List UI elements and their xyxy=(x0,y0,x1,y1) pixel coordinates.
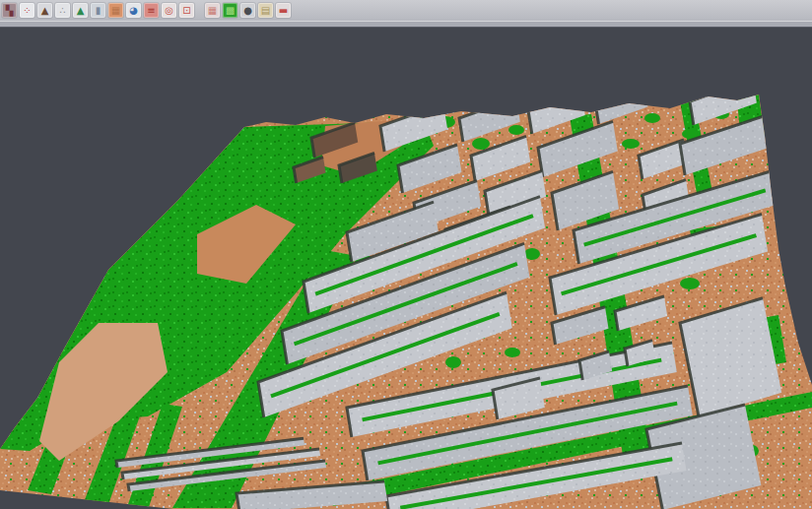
dem-surface-icon[interactable]: ▲ xyxy=(73,3,88,18)
terrain-mound-icon[interactable]: ▲ xyxy=(37,3,52,18)
flag-icon[interactable]: ▬ xyxy=(276,3,291,18)
3d-viewport[interactable] xyxy=(0,28,812,509)
tree-blob xyxy=(508,125,524,135)
tree-blob xyxy=(524,248,540,260)
application-window: ▚⁘▲∴▲▮▦◕≡◎⊡▦▩●▤▬ xyxy=(0,0,812,509)
scene-svg xyxy=(0,28,812,509)
ring-select-icon[interactable]: ◎ xyxy=(162,3,176,18)
tree-blob xyxy=(505,348,520,357)
point-cloud-icon[interactable]: ▚ xyxy=(2,3,17,18)
tree-blob xyxy=(680,278,700,289)
palette-icon[interactable]: ▤ xyxy=(258,3,273,18)
classification-map-icon[interactable]: ▩ xyxy=(223,3,237,18)
settings-icon[interactable]: ● xyxy=(240,3,255,18)
tree-blob xyxy=(644,113,660,123)
ortho-tile-icon[interactable]: ▦ xyxy=(108,3,123,18)
grid-check-icon[interactable]: ▦ xyxy=(205,3,220,18)
column-view-icon[interactable]: ▮ xyxy=(91,3,105,18)
tree-blob xyxy=(472,138,490,150)
layers-icon[interactable]: ≡ xyxy=(144,3,159,18)
globe-icon[interactable]: ◕ xyxy=(126,3,141,18)
tree-blob xyxy=(445,356,461,368)
crop-box-icon[interactable]: ⊡ xyxy=(179,3,194,18)
terrain-group xyxy=(0,80,812,509)
scatter-points-icon[interactable]: ⁘ xyxy=(20,3,34,18)
sparse-points-icon[interactable]: ∴ xyxy=(55,3,70,18)
toolbar: ▚⁘▲∴▲▮▦◕≡◎⊡▦▩●▤▬ xyxy=(0,0,812,22)
tree-blob xyxy=(622,139,640,149)
